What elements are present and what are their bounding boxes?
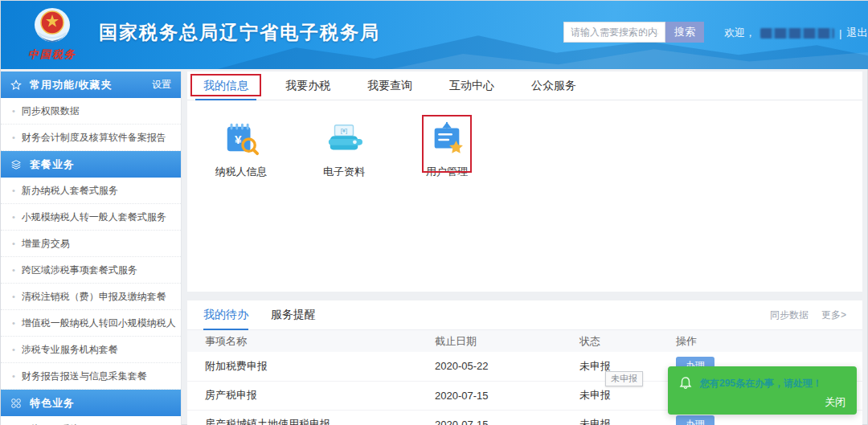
deadline: 2020-05-22 <box>428 352 573 381</box>
todo-toolbar: 同步数据 更多> <box>770 309 846 322</box>
star-icon <box>10 80 23 91</box>
shortcut-label: 用户管理 <box>416 165 478 179</box>
sidebar-section-favorites: 常用功能/收藏夹 设置 <box>1 72 181 98</box>
sidebar-item-label: 小规模纳税人转一般人套餐式服务 <box>22 210 166 224</box>
search-box <box>563 22 665 43</box>
sidebar-item-small-to-general[interactable]: •小规模纳税人转一般人套餐式服务 <box>1 204 181 231</box>
tab-label: 我的待办 <box>203 308 248 321</box>
shortcut-label: 电子资料 <box>313 165 375 179</box>
tab-interaction-center[interactable]: 互动中心 <box>438 72 506 100</box>
sidebar-item-label: 增值税一般纳税人转回小规模纳税人 <box>22 317 176 330</box>
grid-icon <box>10 398 23 409</box>
site-title: 国家税务总局辽宁省电子税务局 <box>99 20 380 45</box>
bullet-icon: • <box>12 318 15 328</box>
col-status: 状态 <box>573 330 669 352</box>
status-badge: 未申报 <box>573 410 669 425</box>
bullet-icon: • <box>12 106 15 116</box>
settings-button[interactable]: 设置 <box>152 78 171 92</box>
tab-label: 我要办税 <box>285 79 330 92</box>
tab-my-todo[interactable]: 我的待办 <box>203 300 248 330</box>
tab-inquiry[interactable]: 我要查询 <box>356 72 424 100</box>
taxpayer-info-icon: ¥ <box>210 120 272 158</box>
sidebar-item-cross-region[interactable]: •跨区域涉税事项套餐式服务 <box>1 257 181 284</box>
sidebar-section-packages: 套餐业务 <box>1 151 181 178</box>
item-name: 房产税城镇土地使用税申报 <box>187 410 428 425</box>
sidebar-favorites-title: 常用功能/收藏夹 <box>30 78 152 92</box>
active-tab-underline <box>195 99 256 100</box>
bullet-icon: • <box>12 212 15 222</box>
bullet-icon: • <box>12 292 15 301</box>
sidebar-item-sync-permissions[interactable]: •同步权限数据 <box>1 98 181 125</box>
toast-message: 您有295条在办事，请处理！ <box>700 377 822 390</box>
sidebar-item-tax-cancellation[interactable]: •清税注销税（费）申报及缴纳套餐 <box>1 284 181 310</box>
shortcut-label: 纳税人信息 <box>210 165 272 179</box>
sidebar-item-network-invoice[interactable]: •网络发票系统 <box>1 416 181 425</box>
search-button[interactable]: 搜索 <box>665 22 704 43</box>
bullet-icon: • <box>12 371 15 381</box>
main-panel: 我的信息 我要办税 我要查询 互动中心 公众服务 ¥ <box>187 72 862 292</box>
sidebar-special-title: 特色业务 <box>30 396 171 411</box>
svg-text:¥: ¥ <box>235 133 242 146</box>
sidebar-item-new-taxpayer[interactable]: •新办纳税人套餐式服务 <box>1 178 181 204</box>
sidebar-item-label: 财务会计制度及核算软件备案报告 <box>22 131 166 145</box>
sidebar: 常用功能/收藏夹 设置 •同步权限数据 •财务会计制度及核算软件备案报告 套餐业… <box>1 72 182 425</box>
sidebar-item-label: 涉税专业服务机构套餐 <box>22 343 118 357</box>
todo-tabs: 我的待办 服务提醒 同步数据 更多> <box>187 300 862 330</box>
bullet-icon: • <box>12 345 15 354</box>
tab-service-reminder[interactable]: 服务提醒 <box>271 300 316 330</box>
welcome-text: 欢迎， <box>724 26 755 40</box>
search-input[interactable] <box>564 22 665 42</box>
deadline: 2020-07-15 <box>428 381 573 410</box>
sidebar-item-label: 同步权限数据 <box>22 104 80 118</box>
sidebar-section-special: 特色业务 <box>1 390 181 416</box>
bell-icon <box>679 376 692 390</box>
user-area: 欢迎， | 退出 <box>724 25 867 41</box>
layers-icon <box>10 159 23 170</box>
tab-label: 服务提醒 <box>271 308 316 321</box>
table-header-row: 事项名称 截止日期 状态 操作 <box>187 330 862 352</box>
sidebar-item-label: 增量房交易 <box>22 237 70 251</box>
logo: 中国税务 <box>15 6 89 62</box>
sidebar-item-incremental-housing[interactable]: •增量房交易 <box>1 231 181 257</box>
toast-close-button[interactable]: 关闭 <box>825 395 845 410</box>
sidebar-item-vat-return-small[interactable]: •增值税一般纳税人转回小规模纳税人 <box>1 310 181 337</box>
sidebar-item-tax-service-agency[interactable]: •涉税专业服务机构套餐 <box>1 337 181 363</box>
shortcut-electronic-documents[interactable]: [¥] 电子资料 <box>313 120 375 179</box>
tab-label: 我的信息 <box>203 79 248 92</box>
tab-tax-handling[interactable]: 我要办税 <box>274 72 342 100</box>
more-link[interactable]: 更多> <box>821 309 846 322</box>
sync-data-button[interactable]: 同步数据 <box>770 309 809 322</box>
item-name: 房产税申报 <box>187 381 428 410</box>
bullet-icon: • <box>12 265 15 275</box>
sidebar-item-label: 财务报告报送与信息采集套餐 <box>22 370 147 383</box>
item-name: 附加税费申报 <box>187 352 428 381</box>
shortcut-taxpayer-info[interactable]: ¥ 纳税人信息 <box>210 120 272 179</box>
site-header: 中国税务 国家税务总局辽宁省电子税务局 搜索 欢迎， | 退出 <box>1 1 868 69</box>
logout-link[interactable]: 退出 <box>846 26 867 40</box>
tab-my-info[interactable]: 我的信息 <box>192 72 260 100</box>
sidebar-item-label: 清税注销税（费）申报及缴纳套餐 <box>22 290 166 304</box>
username-masked <box>760 28 834 39</box>
tab-label: 互动中心 <box>449 79 494 92</box>
sidebar-item-accounting-report[interactable]: •财务会计制度及核算软件备案报告 <box>1 125 181 151</box>
col-item-name: 事项名称 <box>187 330 428 352</box>
tab-label: 公众服务 <box>531 79 576 92</box>
tax-emblem-icon <box>29 6 76 47</box>
sidebar-item-financial-report[interactable]: •财务报告报送与信息采集套餐 <box>1 363 181 390</box>
electronic-documents-icon: [¥] <box>313 120 375 158</box>
deadline: 2020-07-15 <box>428 410 573 425</box>
bullet-icon: • <box>12 186 15 195</box>
sidebar-item-label: 新办纳税人套餐式服务 <box>22 184 118 198</box>
shortcut-grid: ¥ 纳税人信息 [¥] 电子资料 <box>187 100 862 179</box>
col-action: 操作 <box>669 330 862 352</box>
bullet-icon: • <box>12 239 15 248</box>
user-management-icon <box>416 120 478 158</box>
sidebar-packages-title: 套餐业务 <box>30 157 171 172</box>
tab-public-service[interactable]: 公众服务 <box>520 72 588 100</box>
logo-caption: 中国税务 <box>15 47 89 62</box>
col-deadline: 截止日期 <box>428 330 573 352</box>
page: 中国税务 国家税务总局辽宁省电子税务局 搜索 欢迎， | 退出 常用功能/收藏夹… <box>0 0 868 425</box>
handle-button[interactable]: 办理 <box>676 415 714 425</box>
shortcut-user-management[interactable]: 用户管理 <box>416 120 478 179</box>
tab-label: 我要查询 <box>367 79 412 92</box>
